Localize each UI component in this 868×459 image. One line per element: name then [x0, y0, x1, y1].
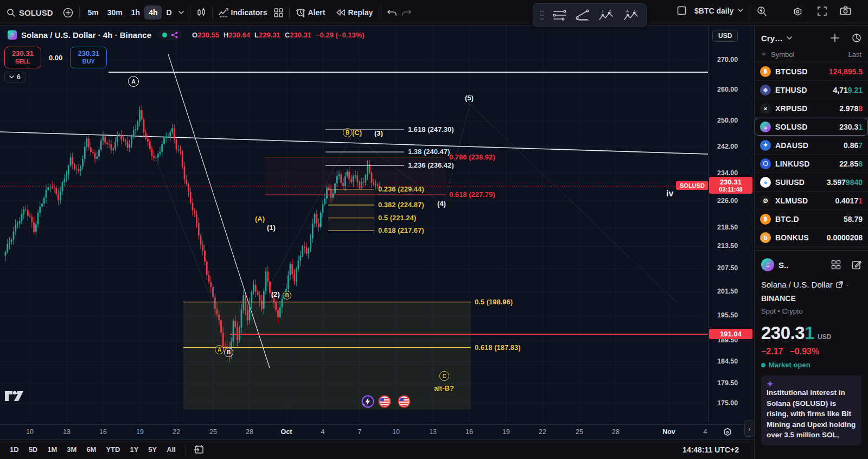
range-5d[interactable]: 5D	[24, 443, 42, 456]
zigzag-15-tool-icon[interactable]: 15	[598, 9, 615, 22]
watchlist-row-bonkus[interactable]: bBONKUS0.0000208	[755, 228, 868, 247]
watchlist-chevron-icon[interactable]	[787, 36, 792, 40]
go-to-date-icon[interactable]	[192, 443, 206, 456]
watchlist-last: 0.40171	[835, 196, 863, 205]
market-open-dot-icon[interactable]	[162, 33, 167, 37]
watchlist-row-solusd[interactable]: ≡SOLUSD230.31	[755, 118, 868, 136]
watchlist-symbol: BTCUSD	[775, 67, 808, 76]
time-tick-7: 7	[349, 428, 371, 436]
trend-lines-tool-icon[interactable]	[576, 9, 590, 21]
settings-icon[interactable]	[792, 6, 803, 17]
trade-panel: 230.31 SELL 0.00 230.31 BUY	[4, 47, 107, 68]
layout-template-button[interactable]: $BTC daily	[690, 4, 738, 18]
range-5y[interactable]: 5Y	[144, 443, 161, 456]
buy-price: 230.31	[78, 50, 99, 58]
indicator-templates-icon[interactable]	[272, 6, 285, 20]
symbol-search-icon[interactable]	[4, 6, 18, 20]
layout-checkbox[interactable]	[677, 6, 686, 15]
tradingview-logo-icon[interactable]	[4, 388, 24, 401]
currency-chip[interactable]: USD	[712, 30, 738, 42]
layout-chevron-icon[interactable]	[738, 9, 743, 12]
tradingview-app: 1.618 (247.30)1.38 (240.47)1.236 (236.42…	[0, 0, 868, 459]
compare-add-icon[interactable]	[61, 5, 75, 20]
watchlist-last: 58.79	[844, 215, 863, 224]
indicators-button[interactable]: Indicators	[231, 5, 272, 20]
alert-button[interactable]: Alert	[308, 5, 330, 20]
watchlist-row-ethusd[interactable]: ◆ETHUSD4,719.21	[755, 81, 868, 99]
range-all[interactable]: All	[162, 443, 180, 456]
spread-value: 0.00	[49, 54, 62, 62]
watchlist-row-xrpusd[interactable]: ×XRPUSD2.9788	[755, 99, 868, 118]
price-tick-184.50: 184.50	[717, 358, 738, 365]
svg-text:A: A	[626, 9, 629, 13]
timeframe-4h[interactable]: 4h	[144, 5, 162, 20]
last-column-header[interactable]: Last	[848, 50, 861, 59]
watchlist-last: 230.31	[839, 123, 863, 131]
watchlist-tab[interactable]: Cry…	[761, 34, 783, 43]
time-tick-oct: Oct	[276, 428, 297, 436]
price-tick-250.00: 250.00	[717, 117, 738, 124]
range-6m[interactable]: 6M	[82, 443, 100, 456]
drag-handle-icon[interactable]	[540, 10, 544, 21]
fullscreen-icon[interactable]	[817, 6, 827, 16]
time-tick-25: 25	[569, 428, 590, 436]
external-link-icon[interactable]	[836, 281, 843, 288]
add-symbol-icon[interactable]	[830, 33, 840, 43]
undo-icon[interactable]	[385, 7, 399, 18]
news-card[interactable]: Institutional interest in Solana (SOLUSD…	[761, 375, 861, 445]
alert-icon[interactable]	[293, 5, 308, 20]
range-1y[interactable]: 1Y	[125, 443, 143, 456]
timeframe-30m[interactable]: 30m	[103, 5, 127, 20]
timeframe-chevron-icon[interactable]	[176, 9, 186, 17]
buy-button[interactable]: 230.31 BUY	[70, 47, 107, 68]
link-icon: ⬡	[760, 158, 771, 169]
panel-edit-icon[interactable]	[852, 260, 861, 270]
share-flow-icon[interactable]	[171, 31, 178, 39]
camera-snapshot-icon[interactable]	[840, 6, 851, 16]
watchlist-row-suiusd[interactable]: ●SUIUSD3.5979840	[755, 173, 868, 192]
symbol-column-header[interactable]: Symbol	[771, 50, 794, 59]
watchlist-row-btc.d[interactable]: ฿BTC.D58.79	[755, 210, 868, 228]
watchlist-row-btcusd[interactable]: ฿BTCUSD124,895.5	[755, 62, 868, 81]
panel-symbol-title[interactable]: Solana / U.S. Dollar	[761, 280, 833, 289]
heatmap-donut-icon[interactable]	[852, 33, 861, 43]
redo-icon[interactable]	[399, 7, 413, 18]
quick-search-icon[interactable]	[756, 6, 767, 17]
chevron-down-icon	[9, 75, 14, 79]
range-3m[interactable]: 3M	[62, 443, 81, 456]
range-1d[interactable]: 1D	[5, 443, 23, 456]
symbol-search-button[interactable]: SOLUSD	[18, 5, 58, 20]
time-tick-19: 19	[495, 428, 517, 436]
indicators-icon[interactable]	[216, 6, 231, 20]
watchlist-row-linkusd[interactable]: ⬡LINKUSD22.858	[755, 155, 868, 173]
replay-button[interactable]: Replay	[348, 5, 377, 20]
axis-settings-icon[interactable]	[723, 428, 732, 437]
flag-column-icon	[761, 52, 768, 58]
range-1m[interactable]: 1M	[43, 443, 61, 456]
timeframe-D[interactable]: D	[162, 5, 176, 20]
sell-button[interactable]: 230.31 SELL	[4, 47, 41, 68]
floating-drawing-toolbar[interactable]: 15 AC	[533, 3, 647, 27]
object-tree-chip[interactable]: 6	[4, 72, 25, 82]
watchlist-last: 0.867	[844, 141, 863, 150]
time-tick-22: 22	[165, 428, 187, 436]
range-ytd[interactable]: YTD	[101, 443, 124, 456]
watchlist-row-adausd[interactable]: ✦ADAUSD0.867	[755, 136, 868, 155]
watchlist-symbol: BTC.D	[775, 215, 799, 224]
horizontal-lines-tool-icon[interactable]	[553, 9, 567, 21]
symbol-title[interactable]: Solana / U.S. Dollar · 4h · Binance	[21, 30, 151, 40]
price-tick-226.00: 226.00	[717, 197, 738, 205]
clock[interactable]: 14:48:11 UTC+2	[682, 445, 739, 454]
zigzag-ac-tool-icon[interactable]: AC	[623, 9, 640, 22]
replay-icon[interactable]	[334, 7, 348, 18]
chart-style-icon[interactable]	[194, 5, 208, 20]
watchlist-last: 2.9788	[839, 104, 863, 113]
price-axis[interactable]: USD 270.00260.00250.00242.00234.00226.00…	[708, 25, 755, 424]
sidebar-collapse-button[interactable]: ›	[744, 420, 755, 437]
panel-grid-icon[interactable]	[831, 260, 841, 270]
timeframe-1h[interactable]: 1h	[127, 5, 144, 20]
time-axis[interactable]: 10131619222528Oct4710131619222528Nov4	[0, 424, 754, 440]
watchlist-symbol: XLMUSD	[775, 196, 808, 205]
watchlist-row-xlmusd[interactable]: ØXLMUSD0.40171	[755, 192, 868, 210]
timeframe-5m[interactable]: 5m	[84, 5, 103, 20]
